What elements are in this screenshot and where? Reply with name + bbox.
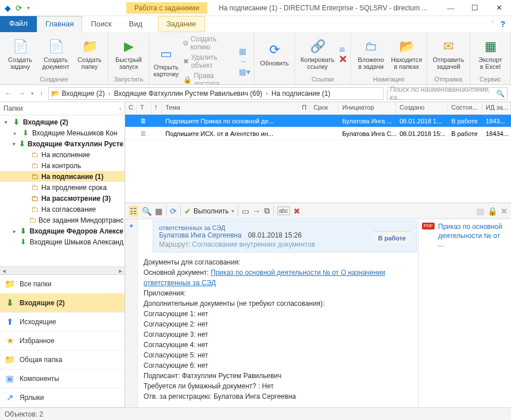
- file-tab[interactable]: Файл: [0, 16, 37, 32]
- ribbon: 📄Создать задачу 📄Создать документ 📁Созда…: [0, 32, 511, 85]
- ribbon-collapse-icon[interactable]: ˄: [491, 20, 494, 28]
- tab-view[interactable]: Вид: [120, 16, 151, 32]
- link-small-2[interactable]: 🗙: [339, 55, 347, 64]
- close-button[interactable]: ✕: [487, 0, 511, 16]
- nav-stack: 📁Все папки ⬇Входящие (2) ⬆Исходящие ★Изб…: [0, 274, 125, 407]
- pv-abc-icon[interactable]: abc: [277, 207, 290, 215]
- col-due[interactable]: Срок: [310, 102, 339, 114]
- misc-icon-2[interactable]: →: [239, 57, 250, 66]
- tree-user-menshikov[interactable]: ▸⬇Входящие Меньшиков Кон: [0, 127, 125, 138]
- attachments-pane: PDF Приказ по основной деятельности № от…: [418, 219, 511, 407]
- minimize-button[interactable]: —: [439, 0, 463, 16]
- search-input[interactable]: Поиск по наименованию/теме, ка... 🔍: [387, 87, 508, 100]
- tree-user-fatkhullin[interactable]: ▾⬇Входящие Фатхуллин Русте: [0, 138, 125, 149]
- pv-lock-icon[interactable]: 🔒: [487, 207, 497, 216]
- create-folder-button[interactable]: 📁Создать папку: [75, 35, 104, 73]
- search-icon[interactable]: 🔍: [496, 90, 505, 98]
- nav-all[interactable]: 📁Все папки: [0, 275, 125, 294]
- send-task-button[interactable]: ✉Отправить задачей: [431, 35, 466, 73]
- delete-icon: ✖: [183, 57, 189, 65]
- pv-link-icon[interactable]: →: [253, 207, 261, 216]
- qat-dropdown-icon[interactable]: ▾: [27, 5, 30, 11]
- refresh-button[interactable]: ⟳Обновить: [258, 35, 291, 73]
- pv-card-icon[interactable]: ▭: [242, 207, 249, 216]
- nav-shortcuts[interactable]: ↗Ярлыки: [0, 388, 125, 407]
- col-e[interactable]: !: [152, 102, 162, 114]
- tree-inbox[interactable]: ▾⬇Входящие (2): [0, 116, 125, 127]
- misc-icon-3[interactable]: ▦▾: [239, 67, 250, 76]
- access-rights-button[interactable]: 🔒Права доступа: [182, 71, 234, 85]
- col-t[interactable]: Т: [137, 102, 152, 114]
- pv-search-icon[interactable]: 🔍: [142, 207, 152, 216]
- nav-outbox[interactable]: ⬆Исходящие: [0, 313, 125, 332]
- check-icon: ✔: [184, 207, 191, 216]
- tree-f4[interactable]: 🗀На продление срока: [0, 182, 125, 193]
- window-title: На подписание (1) - DIRECTUM Enterprise …: [207, 4, 439, 12]
- collapse-tree-icon[interactable]: ‹: [119, 106, 121, 112]
- nav-shared[interactable]: 📁Общая папка: [0, 351, 125, 370]
- execute-button[interactable]: ✔Выполнить▾: [184, 207, 234, 216]
- copy-link-button[interactable]: 🔗Копировать ссылку: [299, 35, 336, 73]
- tree-hscroll[interactable]: ◂▸: [0, 266, 125, 274]
- breadcrumb[interactable]: 📂 Входящие (2)› Входящие Фатхуллин Русте…: [48, 87, 384, 100]
- nav-fav[interactable]: ★Избранное: [0, 332, 125, 351]
- grid-row-1[interactable]: 🗎 Подпишите ИСХ. от в Агентство ин... Бу…: [125, 127, 511, 140]
- tab-home[interactable]: Главная: [37, 16, 82, 32]
- attachment-item[interactable]: PDF Приказ по основной деятельности № от…: [422, 223, 508, 250]
- pv-del-icon[interactable]: ✖: [293, 207, 300, 216]
- delete-object-button[interactable]: ✖Удалить объект: [182, 53, 234, 70]
- maximize-button[interactable]: ☐: [463, 0, 487, 16]
- col-id[interactable]: ИД за...: [482, 102, 511, 114]
- in-folders-button[interactable]: 📂Находится в папках: [390, 35, 423, 73]
- nav-components[interactable]: ▣Компоненты: [0, 370, 125, 388]
- nav-up-icon[interactable]: ↑: [38, 89, 45, 98]
- col-theme[interactable]: Тема: [162, 102, 299, 114]
- col-p[interactable]: П: [299, 102, 310, 114]
- tab-task[interactable]: Задание: [158, 16, 205, 32]
- task-type-icon: 🗎: [140, 130, 147, 138]
- open-card-button[interactable]: ▭Открыть карточку: [153, 42, 180, 80]
- tab-search[interactable]: Поиск: [82, 16, 120, 32]
- tree-f5[interactable]: 🗀На рассмотрение (3): [0, 193, 125, 204]
- tree-user-shmykov[interactable]: ⬇Входящие Шмыков Александ: [0, 236, 125, 247]
- nav-inbox[interactable]: ⬇Входящие (2): [0, 294, 125, 313]
- nav-fwd-icon[interactable]: →: [17, 89, 26, 98]
- grid-row-0[interactable]: 🗎 Подпишите Приказ по основной де... Бул…: [125, 115, 511, 127]
- col-state[interactable]: Состоя...: [448, 102, 482, 114]
- tree-f3-selected[interactable]: 🗀На подписание (1): [0, 171, 125, 182]
- help-icon[interactable]: ?: [500, 20, 505, 29]
- create-copy-button[interactable]: ⧉Создать копию: [182, 34, 234, 52]
- col-created[interactable]: Создано: [396, 102, 448, 114]
- pv-copy-icon[interactable]: ⧉: [264, 206, 270, 216]
- app-icon: ◆: [5, 3, 11, 13]
- task-grid: С Т ! Тема П Срок Инициатор Создано Сост…: [125, 102, 511, 203]
- col-c[interactable]: С: [125, 102, 137, 114]
- pv-refresh-icon[interactable]: ⟳: [170, 207, 177, 216]
- pv-close-icon[interactable]: ✖: [501, 207, 508, 216]
- tree-f7[interactable]: 🗀Все задания Миндортранс: [0, 215, 125, 225]
- nested-tasks-button[interactable]: 🗀Вложено в задачи: [354, 35, 388, 73]
- pv-tree-icon[interactable]: ☷: [129, 205, 138, 217]
- link-small-1[interactable]: ≣: [339, 44, 347, 53]
- refresh-qat-icon[interactable]: ⟳: [16, 3, 22, 13]
- tree-f2[interactable]: 🗀На контроль: [0, 160, 125, 171]
- pv-panel-icon[interactable]: ▤: [477, 207, 484, 216]
- nav-dropdown-icon[interactable]: ▾: [30, 91, 35, 96]
- col-init[interactable]: Инициатор: [339, 102, 396, 114]
- create-task-button[interactable]: 📄Создать задачу: [3, 35, 37, 73]
- preview-toolbar: ☷ 🔍 ▦ ⟳ ✔Выполнить▾ ▭ → ⧉ abc ✖ ▤ 🔒 ✖: [125, 203, 511, 219]
- export-excel-button[interactable]: ▦Экспорт в Excel: [474, 35, 507, 73]
- nav-back-icon[interactable]: ←: [3, 89, 13, 98]
- quick-run-button[interactable]: ▶Быстрый запуск: [112, 35, 145, 73]
- create-doc-button[interactable]: 📄Создать документ: [39, 35, 72, 73]
- misc-icon-1[interactable]: ▦: [239, 46, 250, 56]
- pdf-icon: PDF: [422, 223, 435, 230]
- route-link[interactable]: Согласование внутренних документов: [192, 240, 315, 248]
- status-bar: Объектов: 2: [0, 407, 511, 420]
- folders-header: Папки: [3, 104, 23, 112]
- pv-grid-icon[interactable]: ▦: [155, 207, 162, 216]
- tree-f1[interactable]: 🗀На исполнение: [0, 149, 125, 160]
- tree-user-fedorov[interactable]: ▸⬇Входящие Федоров Алексе: [0, 225, 125, 236]
- copy-icon: ⧉: [183, 39, 188, 47]
- tree-f6[interactable]: 🗀На согласование: [0, 204, 125, 215]
